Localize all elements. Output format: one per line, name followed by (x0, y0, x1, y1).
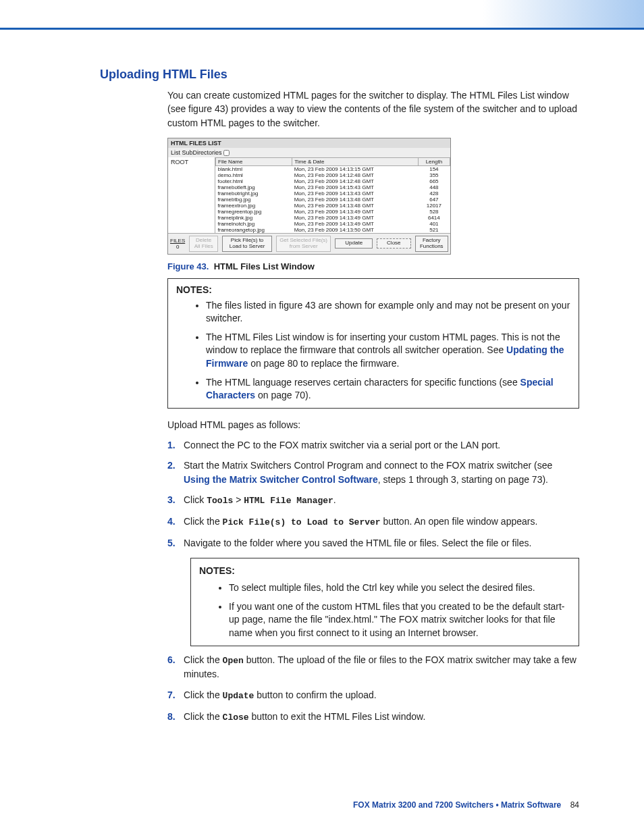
table-row: blank.htmlMon, 23 Feb 2009 14:13:15 GMT1… (216, 166, 450, 173)
table-row: framelnotch.jpgMon, 23 Feb 2009 14:13:49… (216, 221, 450, 227)
notes-box-2: NOTES: To select multiple files, hold th… (190, 558, 579, 646)
delete-all-button[interactable]: Delete All Files (189, 236, 218, 252)
notes-title: NOTES: (199, 564, 570, 577)
note-item: The HTML language reserves certain chara… (206, 376, 570, 402)
pick-files-button[interactable]: Pick File(s) to Load to Server (222, 236, 272, 252)
table-row: footer.htmlMon, 23 Feb 2009 14:12:48 GMT… (216, 178, 450, 184)
col-filename[interactable]: File Name (216, 158, 292, 166)
step-3: Click Tools > HTML File Manager. (167, 493, 579, 508)
section-heading: Uploading HTML Files (100, 68, 579, 82)
figure-window: HTML FILES LIST List SubDirectories ROOT… (167, 138, 579, 255)
figure-caption: Figure 43. HTML Files List Window (167, 261, 579, 271)
step-1: Connect the PC to the FOX matrix switche… (167, 438, 579, 452)
table-row: framebotright.jpgMon, 23 Feb 2009 14:13:… (216, 190, 450, 197)
table-row: demo.htmlMon, 23 Feb 2009 14:12:48 GMT35… (216, 172, 450, 178)
table-row: frameorangetop.jpgMon, 23 Feb 2009 14:13… (216, 227, 450, 233)
files-count: FILES 0 (170, 238, 185, 250)
note-item: The files listed in figure 43 are shown … (206, 299, 570, 325)
upload-paragraph: Upload HTML pages as follows: (167, 418, 579, 432)
get-selected-button[interactable]: Get Selected File(s) from Server (276, 236, 331, 252)
table-row: frameextron.jpgMon, 23 Feb 2009 14:13:48… (216, 203, 450, 209)
subdir-label: List SubDirectories (171, 149, 222, 156)
update-button[interactable]: Update (335, 238, 373, 249)
note-item: The HTML Files List window is for insert… (206, 331, 570, 371)
link-control-software[interactable]: Using the Matrix Switcher Control Softwa… (184, 474, 378, 485)
step-7: Click the Update button to confirm the u… (167, 688, 579, 703)
notes-box-1: NOTES: The files listed in figure 43 are… (167, 278, 579, 409)
note-item: If you want one of the custom HTML files… (229, 600, 570, 640)
subdir-row: List SubDirectories (168, 148, 450, 157)
table-row: framegreentop.jpgMon, 23 Feb 2009 14:13:… (216, 209, 450, 215)
table-row: framebotleft.jpgMon, 23 Feb 2009 14:15:4… (216, 184, 450, 190)
col-length[interactable]: Length (418, 158, 450, 166)
step-4: Click the Pick File(s) to Load to Server… (167, 515, 579, 529)
window-title: HTML FILES LIST (168, 138, 450, 148)
page-footer: FOX Matrix 3200 and 7200 Switchers • Mat… (353, 800, 579, 810)
step-5: Navigate to the folder where you saved t… (167, 536, 579, 646)
notes-title: NOTES: (176, 284, 570, 295)
steps-list: Connect the PC to the FOX matrix switche… (167, 438, 579, 724)
step-8: Click the Close button to exit the HTML … (167, 710, 579, 725)
step-6: Click the Open button. The upload of the… (167, 653, 579, 681)
table-row: framebtbg.jpgMon, 23 Feb 2009 14:13:48 G… (216, 197, 450, 203)
step-2: Start the Matrix Switchers Control Progr… (167, 459, 579, 486)
col-date[interactable]: Time & Date (292, 158, 419, 166)
tree-panel: ROOT (168, 157, 215, 233)
page-header-bar (0, 0, 644, 30)
tree-root[interactable]: ROOT (171, 159, 188, 165)
factory-button[interactable]: Factory Functions (415, 236, 448, 252)
table-row: frameiplink.jpgMon, 23 Feb 2009 14:13:49… (216, 215, 450, 221)
intro-paragraph: You can create customized HTML pages for… (167, 88, 579, 130)
file-table: File Name Time & Date Length blank.htmlM… (215, 157, 450, 233)
close-button[interactable]: Close (377, 238, 410, 249)
note-item: To select multiple files, hold the Ctrl … (229, 581, 570, 595)
subdir-checkbox[interactable] (223, 150, 230, 156)
